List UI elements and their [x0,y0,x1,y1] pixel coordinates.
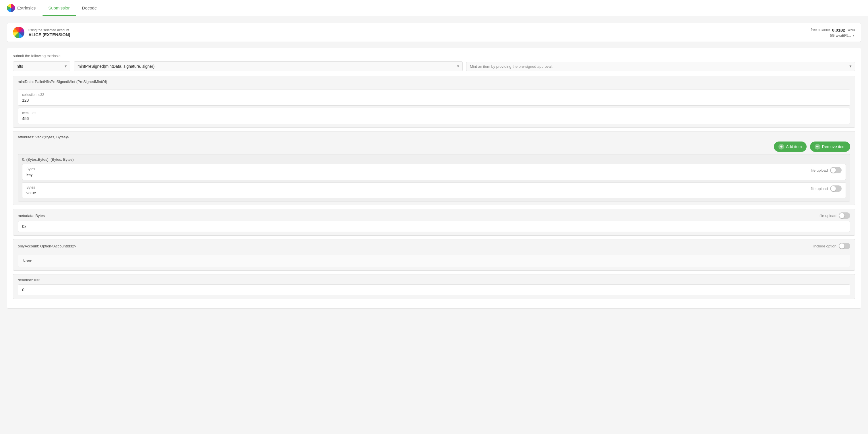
metadata-file-upload-label: file upload [819,214,836,218]
account-left: using the selected account ALICE (EXTENS… [13,27,70,38]
app-title: Extrinsics [17,5,36,10]
bytes-key-field: Bytes key file upload [22,164,846,180]
balance-currency: WND [848,28,855,32]
balance-value: 0.0182 [832,28,845,32]
vec-item-0: 0: (Bytes,Bytes): (Bytes, Bytes) Bytes k… [18,154,850,202]
attributes-section: attributes: Vec<(Bytes, Bytes)> + Add it… [13,131,855,205]
file-upload-key-label: file upload [811,168,828,173]
extrinsic-row: nfts ▼ mintPreSigned(mintData, signature… [13,61,855,71]
deadline-label: deadline: u32 [18,278,40,282]
metadata-value[interactable]: 0x [18,221,850,232]
item-value[interactable]: 456 [22,116,846,121]
remove-icon: − [815,144,820,150]
include-option-toggle[interactable] [839,243,850,249]
account-bar: using the selected account ALICE (EXTENS… [7,23,861,42]
file-upload-value-row: file upload [811,185,842,192]
collection-label: collection: u32 [22,93,846,97]
collection-value[interactable]: 123 [22,98,846,102]
metadata-section: metadata: Bytes file upload 0x [13,209,855,236]
deadline-inner: deadline: u32 0 [13,274,855,299]
bytes-value-type: Bytes [26,185,36,189]
collection-field: collection: u32 123 [18,90,850,105]
metadata-header: metadata: Bytes file upload [18,212,850,219]
item-label: item: u32 [22,111,846,115]
attributes-actions: + Add item − Remove item [18,142,850,152]
add-item-button[interactable]: + Add item [774,142,806,152]
bytes-key-value[interactable]: key [26,172,35,177]
bytes-value-field: Bytes value file upload [22,182,846,198]
main-content: using the selected account ALICE (EXTENS… [0,16,868,315]
balance-label: free balance [811,28,830,32]
include-option-row: include option [813,243,850,249]
tab-submission[interactable]: Submission [42,0,76,16]
metadata-inner: metadata: Bytes file upload 0x [13,209,855,236]
file-upload-value-toggle[interactable] [830,185,842,192]
bytes-value-value[interactable]: value [26,191,36,195]
hint-select-wrapper: Mint an item by providing the pre-signed… [466,62,855,71]
add-icon: + [778,144,784,150]
vec-item-0-header: 0: (Bytes,Bytes): (Bytes, Bytes) [22,157,846,162]
form-title: submit the following extrinsic [13,54,855,58]
balance-row: free balance 0.0182 WND [811,28,855,32]
bytes-key-type: Bytes [26,167,35,171]
file-upload-value-label: file upload [811,187,828,191]
remove-item-label: Remove item [822,144,846,149]
deadline-header: deadline: u32 [18,278,850,282]
form-card: submit the following extrinsic nfts ▼ mi… [7,48,861,309]
deadline-section: deadline: u32 0 [13,274,855,299]
file-upload-key-row: file upload [811,167,842,174]
account-address[interactable]: 5GrwvaEF5... ▼ [830,34,855,38]
file-upload-key-toggle[interactable] [830,167,842,174]
only-account-section: onlyAccount: Option<AccountId32> include… [13,239,855,271]
function-select-wrapper: mintPreSigned(mintData, signature, signe… [74,61,463,71]
top-nav: Extrinsics Submission Decode [0,0,868,16]
address-dropdown-arrow: ▼ [852,34,855,37]
bytes-value-content: Bytes value [26,185,36,195]
app-logo: Extrinsics [7,4,42,12]
deadline-value[interactable]: 0 [18,284,850,296]
metadata-file-upload-row: file upload [819,212,850,219]
avatar [13,27,24,38]
remove-item-button[interactable]: − Remove item [810,142,850,152]
only-account-inner: onlyAccount: Option<AccountId32> include… [13,239,855,255]
include-option-label: include option [813,244,836,248]
account-info: using the selected account ALICE (EXTENS… [28,28,70,37]
metadata-label: metadata: Bytes [18,214,45,218]
pallet-select-wrapper: nfts ▼ [13,61,70,71]
attributes-header: attributes: Vec<(Bytes, Bytes)> [18,135,850,139]
logo-icon [7,4,15,12]
bytes-key-content: Bytes key [26,167,35,177]
account-label: using the selected account [28,28,70,32]
item-field: item: u32 456 [18,108,850,124]
hint-select[interactable]: Mint an item by providing the pre-signed… [466,62,855,71]
metadata-file-upload-toggle[interactable] [839,212,850,219]
only-account-header: onlyAccount: Option<AccountId32> include… [18,243,850,249]
account-right: free balance 0.0182 WND 5GrwvaEF5... ▼ [811,28,855,38]
account-name: ALICE (EXTENSION) [28,32,70,37]
tab-decode[interactable]: Decode [76,0,103,16]
only-account-label: onlyAccount: Option<AccountId32> [18,244,76,248]
address-text: 5GrwvaEF5... [830,34,851,38]
mint-data-section: mintData: PalletNftsPreSignedMint (PreSi… [13,76,855,128]
add-item-label: Add item [786,144,802,149]
function-select[interactable]: mintPreSigned(mintData, signature, signe… [74,61,463,71]
pallet-select[interactable]: nfts [13,61,70,71]
mint-data-header: mintData: PalletNftsPreSignedMint (PreSi… [13,76,855,87]
none-value: None [18,255,850,267]
